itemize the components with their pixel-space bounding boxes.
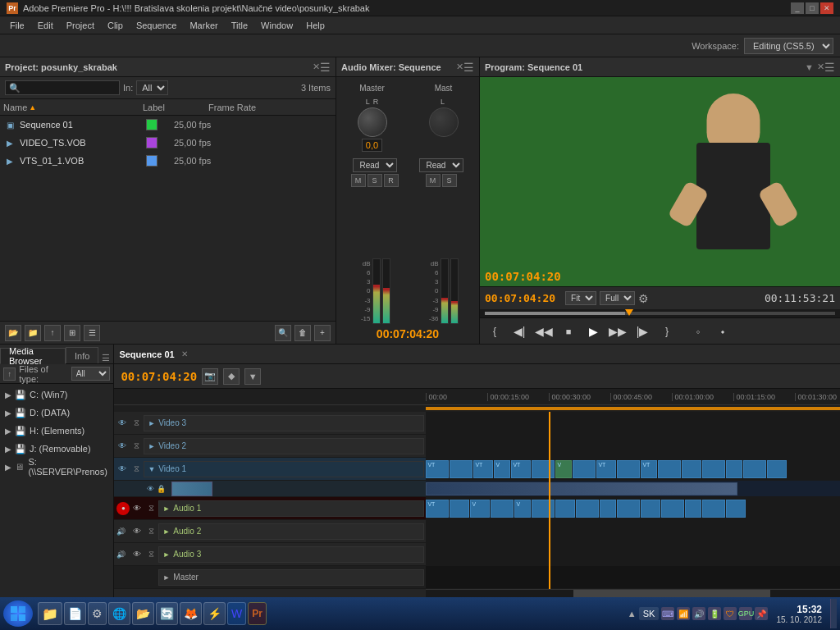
clip-v8[interactable]	[573, 460, 596, 478]
menu-title[interactable]: Title	[225, 16, 254, 34]
maximize-button[interactable]: □	[806, 2, 819, 14]
tl-playhead-btn[interactable]: ▼	[244, 368, 261, 385]
track-audio1-btn[interactable]: ► Audio 1	[158, 500, 424, 517]
clip-v15[interactable]	[726, 460, 742, 478]
track-video1-sync[interactable]: ⧖	[129, 463, 144, 476]
tl-marker-btn[interactable]: ◆	[223, 368, 240, 385]
clip-v12[interactable]	[658, 460, 681, 478]
media-browser-up-btn[interactable]: ↑	[3, 368, 16, 381]
mixer-m-btn2[interactable]: M	[426, 174, 441, 187]
clip-a1-9[interactable]	[600, 500, 616, 518]
mixer-m-btn[interactable]: M	[351, 174, 366, 187]
close-button[interactable]: ✕	[820, 2, 833, 14]
track-audio1-record[interactable]: ●	[116, 502, 130, 515]
monitor-stop-btn[interactable]: ■	[559, 322, 578, 341]
taskbar-sync-btn[interactable]: 🔄	[156, 602, 178, 625]
mixer-s-btn[interactable]: S	[368, 174, 382, 187]
file-row-video-ts[interactable]: ▶ VIDEO_TS.VOB 25,00 fps	[0, 134, 336, 152]
track-video1-sub-lock[interactable]: 🔒	[157, 485, 170, 493]
timeline-tab-close[interactable]: ✕	[181, 349, 188, 358]
track-video2-sync[interactable]: ⧖	[129, 440, 144, 453]
mixer-mode-select2[interactable]: Read	[419, 158, 463, 172]
clip-a1-6[interactable]	[532, 500, 555, 518]
taskbar-clock[interactable]: 15:32 15. 10. 2012	[771, 604, 827, 624]
files-of-type-select[interactable]: All	[71, 367, 111, 381]
track-audio1-sync[interactable]: ⧖	[144, 502, 158, 515]
taskbar-start-btn[interactable]	[3, 600, 33, 627]
taskbar-firefox-btn[interactable]: 🦊	[180, 602, 202, 625]
mixer-s-btn2[interactable]: S	[442, 174, 457, 187]
systray-show-hidden-btn[interactable]: ▲	[628, 609, 637, 619]
clip-a1-2[interactable]	[450, 500, 469, 518]
timeline-hscrollbar-thumb[interactable]	[573, 590, 770, 597]
project-trash-btn[interactable]: 🗑	[294, 325, 311, 341]
tab-media-browser[interactable]: Media Browser	[0, 348, 66, 364]
menu-edit[interactable]: Edit	[31, 16, 60, 34]
work-area-row[interactable]	[426, 405, 840, 412]
clip-v17[interactable]	[767, 460, 787, 478]
track-audio2-sync[interactable]: ⧖	[144, 525, 158, 538]
monitor-play-btn[interactable]: ▶	[583, 322, 603, 341]
project-bin-btn[interactable]: 📁	[25, 325, 41, 341]
clip-v6[interactable]	[532, 460, 555, 478]
project-panel-close[interactable]: ✕	[313, 62, 320, 72]
track-audio3-btn[interactable]: ► Audio 3	[158, 546, 424, 563]
track-video2-eye[interactable]: 👁	[116, 440, 129, 453]
project-search-btn[interactable]: 🔍	[275, 325, 291, 341]
monitor-progress-track[interactable]	[485, 312, 835, 315]
monitor-lift-btn[interactable]: ⬦	[688, 322, 708, 341]
menu-clip[interactable]: Clip	[101, 16, 130, 34]
project-icon-view-btn[interactable]: ⊞	[64, 325, 80, 341]
project-up-btn[interactable]: ↑	[44, 325, 61, 341]
track-video1-eye[interactable]: 👁	[116, 463, 129, 476]
file-row-sequence[interactable]: ▣ Sequence 01 25,00 fps	[0, 116, 336, 134]
taskbar-premiere-btn[interactable]: Pr	[248, 602, 267, 625]
clips-video3-row[interactable]	[426, 412, 840, 435]
tab-info[interactable]: Info	[66, 347, 98, 363]
clip-a1-1[interactable]: VT	[426, 500, 449, 518]
drive-s[interactable]: ▶ 🖥 S: (\\SERVER\Prenos)	[0, 458, 113, 476]
program-monitor-dropdown[interactable]: ▼	[805, 62, 814, 72]
clip-a1-8[interactable]	[576, 500, 599, 518]
taskbar-word-btn[interactable]: W	[227, 602, 246, 625]
monitor-settings-icon[interactable]: ⚙	[638, 292, 649, 305]
project-in-select[interactable]: All	[136, 80, 168, 95]
monitor-rewind-btn[interactable]: ◀◀	[534, 322, 554, 341]
clip-a1-13[interactable]	[685, 500, 701, 518]
monitor-fit-select[interactable]: Fit	[565, 291, 596, 305]
mixer-pan-knob[interactable]	[358, 107, 387, 137]
taskbar-pdf-btn[interactable]: 📄	[64, 602, 86, 625]
workspace-select[interactable]: Editing (CS5.5)	[744, 38, 833, 54]
monitor-extract-btn[interactable]: ⬥	[713, 322, 733, 341]
menu-marker[interactable]: Marker	[183, 16, 224, 34]
taskbar-file-explorer-btn[interactable]: 📁	[38, 602, 62, 625]
clip-v4[interactable]: V	[494, 460, 510, 478]
clip-v16[interactable]	[743, 460, 766, 478]
drive-c[interactable]: ▶ 💾 C: (Win7)	[0, 386, 113, 404]
track-master-btn[interactable]: ► Master	[158, 569, 424, 586]
file-row-vts[interactable]: ▶ VTS_01_1.VOB 25,00 fps	[0, 152, 336, 170]
menu-project[interactable]: Project	[60, 16, 101, 34]
project-list-view-btn[interactable]: ☰	[84, 325, 100, 341]
audio-mixer-close[interactable]: ✕	[456, 62, 463, 72]
clips-audio3-row[interactable]	[426, 543, 840, 566]
taskbar-ie-btn[interactable]: 🌐	[108, 602, 130, 625]
audio-mixer-menu[interactable]: ☰	[463, 61, 474, 74]
mixer-r-btn[interactable]: R	[384, 174, 399, 187]
clip-a1-12[interactable]	[661, 500, 684, 518]
media-browser-panel-menu[interactable]: ☰	[98, 353, 113, 363]
clip-v14[interactable]	[702, 460, 725, 478]
track-audio3-eye[interactable]: 👁	[130, 548, 144, 561]
project-panel-menu[interactable]: ☰	[320, 61, 331, 74]
menu-help[interactable]: Help	[299, 16, 331, 34]
clip-v5[interactable]: VT	[511, 460, 531, 478]
menu-window[interactable]: Window	[254, 16, 299, 34]
clip-a1-10[interactable]	[617, 500, 640, 518]
clip-a1-5[interactable]: V	[514, 500, 531, 518]
clip-v2[interactable]	[450, 460, 472, 478]
clips-audio1-row[interactable]: VT V V	[426, 497, 840, 520]
track-video3-sync[interactable]: ⧖	[129, 417, 144, 430]
track-video3-eye[interactable]: 👁	[116, 417, 129, 430]
timeline-tab-label[interactable]: Sequence 01	[119, 349, 174, 359]
monitor-scrubber-bar[interactable]	[480, 309, 840, 317]
